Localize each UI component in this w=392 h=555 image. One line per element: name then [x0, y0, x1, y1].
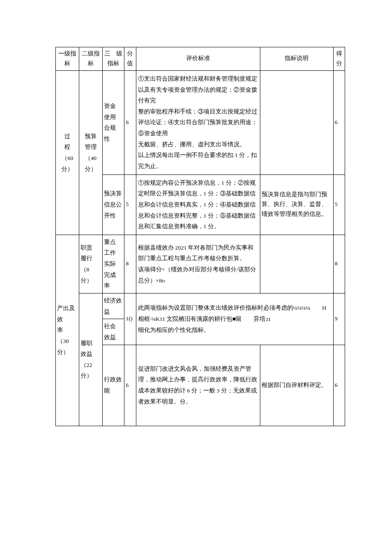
cell-score-budget-info: 5: [124, 174, 136, 235]
cell-criteria-fund-use: ①支出符合国家财经法规和财务管理制度规定以及有关专项资金管理办法的规定；②资金拨…: [136, 70, 260, 174]
cell-l2-perf-benefit: 履职 效益 （22 分）: [79, 293, 102, 426]
cell-score-econ-social: 1(): [124, 293, 136, 345]
cell-l3-admin: 行政效 能: [102, 345, 124, 426]
table-header-row: 一级指 标 二级指 标 三 级 指标 分值 评价标准 指标说明 得 分: [56, 47, 345, 71]
cell-got-econ-social: 9: [333, 293, 345, 345]
cell-l3-social: 社会 效益: [102, 319, 124, 345]
table-row: 履职 效益 （22 分） 经济效 益 1() 此两项指标为设置部门整体支出绩效评…: [56, 293, 345, 319]
cell-l1-output: 产出及 效 率 （30 分）: [56, 235, 79, 426]
header-criteria: 评价标准: [136, 47, 260, 71]
cell-l3-fund-use: 资金 使用 合规 性: [102, 70, 124, 174]
cell-l3-econ: 经济效 益: [102, 293, 124, 319]
cell-score-key-work: 8: [124, 235, 136, 293]
header-level1: 一级指 标: [56, 47, 79, 71]
cell-criteria-key-work: 根据县绩效办 2021 年对各部门为民办实事和部门重点工程与重点工作考核分数折算…: [136, 235, 260, 293]
cell-l2-duty: 职责 履行 （8 分）: [79, 235, 102, 293]
cell-desc-admin: 根据部门自评材料评定。: [260, 345, 333, 426]
cell-score-admin: 6: [124, 345, 136, 426]
table-row: 过 程 （60 分） 预算 管理 （40 分） 资金 使用 合规 性 6 ①支出…: [56, 70, 345, 174]
header-level2: 二级指 标: [79, 47, 102, 71]
cell-got-fund-use: 6: [333, 70, 345, 174]
header-got: 得 分: [333, 47, 345, 71]
cell-desc-budget-info: 预决算信息是指与部门预算、执行、决算、监督、绩效等管理相关的信息。: [260, 174, 333, 235]
header-desc: 指标说明: [260, 47, 333, 71]
table-row: 产出及 效 率 （30 分） 职责 履行 （8 分） 重点 工作 实际 完成 率…: [56, 235, 345, 293]
cell-criteria-budget-info: ①按规定内容公开预决算信息，1 分；②按规定时限公开预决算信息，1 分；③基础数…: [136, 174, 260, 235]
cell-got-key-work: 8: [333, 235, 345, 293]
evaluation-table: 一级指 标 二级指 标 三 级 指标 分值 评价标准 指标说明 得 分 过 程 …: [55, 47, 345, 426]
cell-l3-budget-info: 预决算 信息公 开性: [102, 174, 124, 235]
header-score: 分值: [124, 47, 136, 71]
cell-score-fund-use: 6: [124, 70, 136, 174]
header-level3: 三 级 指标: [102, 47, 124, 71]
cell-l2-budget-mgmt: 预算 管理 （40 分）: [79, 70, 102, 235]
cell-l3-key-work: 重点 工作 实际 完成 率: [102, 235, 124, 293]
cell-criteria-econ-social: 此两项指标为设置部门整体支出绩效评价指标时必须考虑的⅛⅛⅛⅛ H 相框·⅛K11…: [136, 293, 333, 345]
cell-got-budget-info: 5: [333, 174, 345, 235]
cell-desc-fund-use: [260, 70, 333, 174]
cell-l1-process: 过 程 （60 分）: [56, 70, 79, 235]
cell-desc-key-work: [260, 235, 333, 293]
cell-criteria-admin: 促进部门改进文风会风，加强经费及资产管理，推动网上办事，提高行政效率，降低行政成…: [136, 345, 260, 426]
cell-got-admin: 6: [333, 345, 345, 426]
